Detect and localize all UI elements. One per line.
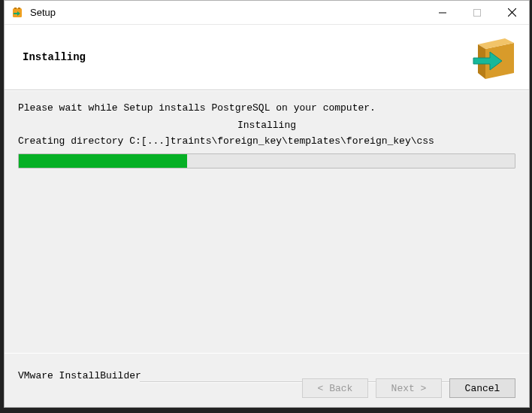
close-button[interactable] — [494, 2, 529, 24]
current-action: Creating directory C:[...]traints\foreig… — [18, 135, 515, 149]
cancel-button[interactable]: Cancel — [449, 378, 515, 398]
back-button: < Back — [302, 378, 368, 398]
footer: VMware InstallBuilder < Back Next > Canc… — [5, 353, 529, 407]
setup-window: Setup Installing Please wait while Se — [4, 0, 530, 408]
header: Installing — [5, 25, 529, 90]
svg-rect-1 — [14, 8, 17, 9]
content-area: Please wait while Setup installs Postgre… — [5, 90, 529, 353]
titlebar: Setup — [5, 1, 529, 25]
maximize-button — [460, 2, 494, 24]
page-title: Installing — [23, 51, 86, 63]
status-center: Installing — [18, 119, 515, 133]
button-row: < Back Next > Cancel — [302, 378, 515, 398]
svg-rect-5 — [474, 9, 481, 16]
package-arrow-icon — [472, 35, 518, 82]
wait-message: Please wait while Setup installs Postgre… — [18, 102, 515, 116]
svg-rect-2 — [18, 8, 20, 9]
progress-fill — [19, 154, 187, 168]
brand-label: VMware InstallBuilder — [18, 370, 141, 381]
minimize-button[interactable] — [425, 2, 460, 24]
app-icon — [11, 6, 24, 20]
progress-bar — [18, 153, 515, 169]
window-title: Setup — [30, 7, 56, 18]
next-button: Next > — [376, 378, 442, 398]
